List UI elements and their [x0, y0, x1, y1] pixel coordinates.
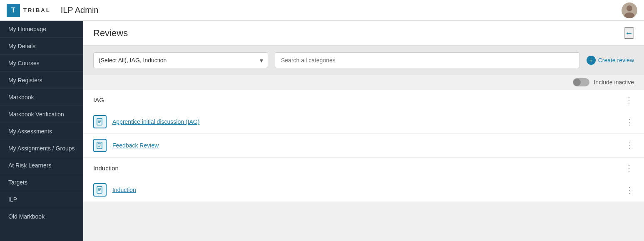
logo-text: TRIBAL: [23, 7, 51, 13]
sidebar-item-my-details[interactable]: My Details: [0, 38, 83, 55]
create-review-label: Create review: [598, 57, 634, 64]
review-item: Apprentice initial discussion (IAG) ⋮: [83, 110, 644, 134]
reviews-title: Reviews: [93, 28, 128, 39]
review-item: Feedback Review ⋮: [83, 134, 644, 157]
category-select[interactable]: (Select All), IAG, Induction (Select All…: [93, 52, 268, 68]
sidebar-item-my-assignments-groups[interactable]: My Assignments / Groups: [0, 140, 83, 157]
review-link-apprentice[interactable]: Apprentice initial discussion (IAG): [112, 118, 626, 125]
reviews-header: Reviews ←: [83, 21, 644, 46]
svg-rect-11: [97, 187, 102, 193]
category-name-iag: IAG: [93, 96, 104, 103]
review-doc-icon: [93, 183, 107, 197]
include-inactive-row: Include inactive: [83, 75, 644, 90]
review-item: Induction ⋮: [83, 178, 644, 202]
sidebar-item-old-markbook[interactable]: Old Markbook: [0, 208, 83, 225]
category-name-induction: Induction: [93, 165, 119, 172]
user-avatar[interactable]: [622, 2, 637, 18]
sidebar: My Homepage My Details My Courses My Reg…: [0, 21, 83, 241]
review-doc-icon: [93, 139, 107, 152]
svg-rect-3: [97, 118, 102, 125]
category-section-iag: IAG ⋮ Apprentice initial discussion (IAG…: [83, 90, 644, 157]
create-review-button[interactable]: + Create review: [587, 56, 634, 65]
sidebar-item-ilp[interactable]: ILP: [0, 191, 83, 208]
sidebar-item-at-risk-learners[interactable]: At Risk Learners: [0, 157, 83, 174]
category-select-wrapper: (Select All), IAG, Induction (Select All…: [93, 52, 268, 68]
feedback-item-menu-button[interactable]: ⋮: [626, 140, 634, 150]
induction-category-menu-button[interactable]: ⋮: [625, 163, 634, 173]
top-header: T TRIBAL ILP Admin: [0, 0, 644, 21]
category-header-induction: Induction ⋮: [83, 158, 644, 178]
toggle-knob: [573, 79, 581, 86]
iag-category-menu-button[interactable]: ⋮: [625, 95, 634, 105]
apprentice-item-menu-button[interactable]: ⋮: [626, 117, 634, 127]
plus-icon: +: [587, 56, 596, 65]
sidebar-item-targets[interactable]: Targets: [0, 174, 83, 191]
search-input[interactable]: [275, 52, 580, 68]
include-inactive-toggle[interactable]: [573, 78, 589, 86]
filter-bar: (Select All), IAG, Induction (Select All…: [83, 46, 644, 75]
sidebar-item-my-courses[interactable]: My Courses: [0, 55, 83, 72]
include-inactive-label: Include inactive: [594, 79, 634, 86]
logo-letter: T: [11, 7, 15, 14]
category-section-induction: Induction ⋮ Induction ⋮: [83, 158, 644, 202]
sidebar-item-my-registers[interactable]: My Registers: [0, 72, 83, 89]
svg-rect-7: [97, 142, 102, 149]
review-doc-icon: [93, 115, 107, 128]
logo-box: T: [7, 4, 20, 17]
sidebar-item-markbook-verification[interactable]: Markbook Verification: [0, 106, 83, 123]
category-header-iag: IAG ⋮: [83, 90, 644, 110]
sidebar-item-my-assessments[interactable]: My Assessments: [0, 123, 83, 140]
back-button[interactable]: ←: [624, 27, 634, 39]
app-title: ILP Admin: [61, 5, 622, 15]
review-link-feedback[interactable]: Feedback Review: [112, 142, 626, 149]
review-link-induction[interactable]: Induction: [112, 187, 626, 193]
sidebar-item-markbook[interactable]: Markbook: [0, 89, 83, 106]
main-layout: My Homepage My Details My Courses My Reg…: [0, 21, 644, 241]
induction-item-menu-button[interactable]: ⋮: [626, 185, 634, 195]
svg-point-1: [627, 5, 632, 11]
sidebar-item-my-homepage[interactable]: My Homepage: [0, 21, 83, 38]
content-area: Reviews ← (Select All), IAG, Induction (…: [83, 21, 644, 241]
